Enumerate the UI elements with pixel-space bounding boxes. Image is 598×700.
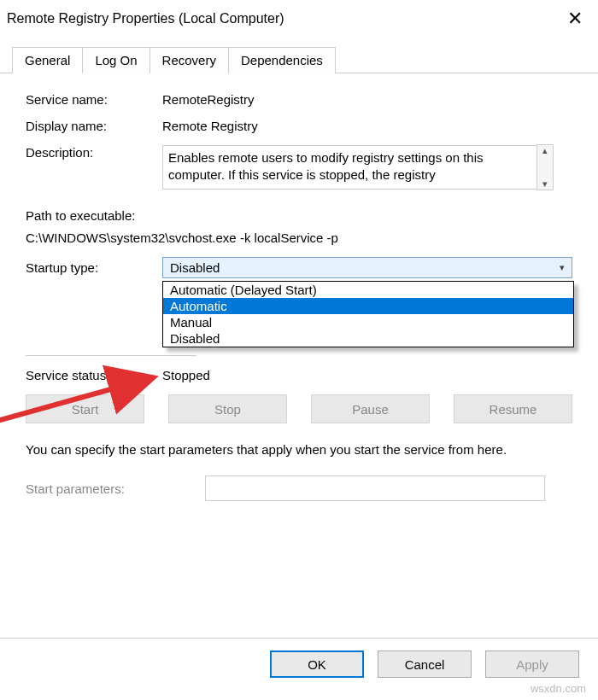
- start-button[interactable]: Start: [26, 394, 144, 423]
- tab-general[interactable]: General: [12, 47, 83, 73]
- startup-type-select[interactable]: Disabled ▾: [162, 257, 572, 278]
- apply-button[interactable]: Apply: [485, 650, 579, 678]
- close-icon[interactable]: ✕: [560, 8, 589, 30]
- tab-recovery[interactable]: Recovery: [150, 47, 229, 73]
- resume-button[interactable]: Resume: [454, 394, 572, 423]
- description-label: Description:: [26, 145, 162, 160]
- startup-option-manual[interactable]: Manual: [163, 314, 573, 330]
- window-title: Remote Registry Properties (Local Comput…: [7, 11, 560, 26]
- startup-option-delayed[interactable]: Automatic (Delayed Start): [163, 282, 573, 298]
- display-name-label: Display name:: [26, 119, 162, 133]
- description-text[interactable]: Enables remote users to modify registry …: [162, 145, 536, 190]
- divider: [26, 355, 196, 356]
- startup-option-disabled[interactable]: Disabled: [163, 330, 573, 347]
- startup-type-value: Disabled: [170, 260, 220, 275]
- stop-button[interactable]: Stop: [168, 394, 287, 423]
- watermark: wsxdn.com: [531, 682, 586, 695]
- service-name-label: Service name:: [26, 92, 162, 107]
- path-label: Path to executable:: [26, 205, 572, 227]
- hint-text: You can specify the start parameters tha…: [26, 440, 572, 458]
- service-name-value: RemoteRegistry: [162, 92, 572, 107]
- tab-dependencies[interactable]: Dependencies: [228, 47, 336, 73]
- startup-type-dropdown: Automatic (Delayed Start) Automatic Manu…: [162, 281, 574, 347]
- tab-content: Service name: RemoteRegistry Display nam…: [0, 73, 598, 522]
- startup-type-label: Startup type:: [26, 260, 162, 275]
- start-params-input[interactable]: [205, 475, 545, 501]
- startup-option-automatic[interactable]: Automatic: [163, 298, 573, 314]
- tab-strip: General Log On Recovery Dependencies: [0, 46, 598, 73]
- display-name-value: Remote Registry: [162, 119, 572, 133]
- chevron-down-icon: ▾: [560, 262, 565, 273]
- scroll-up-icon[interactable]: ▴: [542, 145, 548, 156]
- dialog-footer: OK Cancel Apply: [0, 638, 598, 690]
- service-status-value: Stopped: [162, 368, 572, 382]
- scroll-down-icon[interactable]: ▾: [542, 178, 548, 190]
- pause-button[interactable]: Pause: [311, 394, 430, 423]
- tab-logon[interactable]: Log On: [82, 47, 150, 73]
- title-bar: Remote Registry Properties (Local Comput…: [0, 0, 598, 34]
- service-status-label: Service status:: [26, 368, 162, 382]
- ok-button[interactable]: OK: [270, 650, 364, 678]
- cancel-button[interactable]: Cancel: [378, 650, 472, 678]
- start-params-label: Start parameters:: [26, 481, 205, 496]
- path-value: C:\WINDOWS\system32\svchost.exe -k local…: [26, 227, 572, 249]
